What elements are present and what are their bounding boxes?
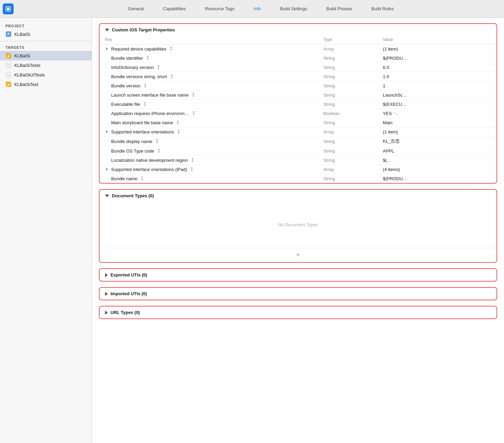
prop-key-text: Bundle display name (111, 139, 152, 144)
sort-arrows-icon[interactable]: ▲▼ (144, 83, 147, 88)
document-types-header[interactable]: Document Types (0) (100, 190, 496, 202)
table-row[interactable]: Bundle OS Type code▲▼StringAPPL (100, 146, 496, 156)
targets-section-label: TARGETS (0, 43, 92, 51)
project-file-icon: P (5, 31, 12, 37)
sort-arrows-icon[interactable]: ▲▼ (192, 92, 195, 98)
sort-arrows-icon[interactable]: ▲▼ (156, 139, 159, 144)
sidebar-item-klbaisi-test[interactable]: ▲ KLBaiSiTest (0, 80, 92, 89)
imported-utis-header[interactable]: Imported UTIs (0) (100, 288, 496, 300)
prop-key-text: Bundle name (111, 176, 137, 181)
target-name-1: KLBaiSiTests (14, 63, 41, 68)
url-types-expand-icon (105, 311, 108, 315)
doc-types-add-button[interactable]: + (100, 248, 496, 262)
exported-utis-expand-icon (105, 273, 108, 277)
prop-type-cell: String (318, 146, 377, 156)
sidebar-item-klbaisi[interactable]: ▲ KLBaiSi (0, 51, 92, 60)
sidebar: PROJECT P KLBaiSi TARGETS ▲ KLBaiSi □ KL… (0, 18, 92, 443)
sidebar-item-klbaisi-ui-tests[interactable]: □ KLBaiSiUITests (0, 70, 92, 80)
sidebar-divider (0, 41, 92, 41)
target-name-2: KLBaiSiUITests (14, 72, 45, 77)
prop-value-cell[interactable]: $(PRODU… (377, 54, 496, 63)
col-type-header: Type (318, 36, 377, 44)
prop-value-cell[interactable]: 6.0 (377, 63, 496, 72)
prop-value-cell[interactable]: $(... (377, 156, 496, 165)
tab-resource-tags[interactable]: Resource Tags (195, 4, 244, 13)
custom-ios-panel: Custom iOS Target Properties Key Type Va… (99, 23, 497, 184)
exported-utis-panel: Exported UTIs (0) (99, 268, 497, 282)
prop-value-cell[interactable]: APPL (377, 146, 496, 156)
row-expander-icon[interactable] (105, 130, 109, 133)
xcode-icon (3, 3, 14, 14)
imported-utis-title: Imported UTIs (0) (110, 291, 147, 296)
doc-types-empty-message: No Document Types (100, 202, 496, 248)
table-row[interactable]: Supported interface orientations (iPad)▲… (100, 165, 496, 174)
table-row[interactable]: InfoDictionary version▲▼String6.0 (100, 63, 496, 72)
table-row[interactable]: Bundle name▲▼String$(PRODU… (100, 174, 496, 183)
table-row[interactable]: Supported interface orientations▲▼Array(… (100, 127, 496, 137)
url-types-header[interactable]: URL Types (0) (100, 306, 496, 318)
imported-utis-expand-icon (105, 292, 108, 296)
table-row[interactable]: Bundle display name▲▼StringKL_百思 (100, 137, 496, 146)
prop-value-cell[interactable]: 1.0 (377, 72, 496, 81)
prop-key-text: Bundle version (111, 83, 140, 88)
table-row[interactable]: Executable file▲▼String$(EXECU… (100, 100, 496, 109)
sort-arrows-icon[interactable]: ▲▼ (191, 157, 194, 163)
table-row[interactable]: Localization native development region▲▼… (100, 156, 496, 165)
prop-value-cell[interactable]: (1 item) (377, 127, 496, 137)
prop-key-text: Supported interface orientations (111, 129, 174, 134)
url-types-panel: URL Types (0) (99, 306, 497, 319)
prop-value-cell[interactable]: 1 (377, 81, 496, 90)
document-types-collapse-icon (105, 195, 109, 197)
sidebar-item-klbaisi-tests[interactable]: □ KLBaiSiTests (0, 60, 92, 70)
prop-key-text: Bundle OS Type code (111, 148, 154, 154)
tab-build-rules[interactable]: Build Rules (362, 4, 403, 13)
custom-ios-header[interactable]: Custom iOS Target Properties (100, 24, 496, 36)
tab-capabilities[interactable]: Capabilities (153, 4, 195, 13)
prop-key-text: Application requires iPhone environm… (111, 111, 189, 116)
table-row[interactable]: Required device capabilities▲▼Array(1 it… (100, 44, 496, 54)
prop-type-cell: String (318, 100, 377, 109)
sidebar-item-project[interactable]: P KLBaiSi (0, 29, 92, 39)
prop-value-cell[interactable]: $(EXECU… (377, 100, 496, 109)
row-expander-icon[interactable] (105, 47, 109, 50)
sort-arrows-icon[interactable]: ▲▼ (157, 65, 160, 70)
sort-arrows-icon[interactable]: ▲▼ (192, 111, 195, 116)
prop-value-cell[interactable]: LaunchSc… (377, 90, 496, 100)
exported-utis-title: Exported UTIs (0) (110, 272, 147, 277)
prop-value-cell[interactable]: (1 item) (377, 44, 496, 54)
sort-arrows-icon[interactable]: ▲▼ (191, 167, 193, 172)
sort-arrows-icon[interactable]: ▲▼ (146, 55, 149, 61)
prop-type-cell: String (318, 156, 377, 165)
prop-value-cell[interactable]: KL_百思 (377, 137, 496, 146)
sort-arrows-icon[interactable]: ▲▼ (144, 101, 146, 107)
sort-arrows-icon[interactable]: ▲▼ (177, 129, 180, 134)
prop-type-cell: String (318, 81, 377, 90)
table-row[interactable]: Bundle version▲▼String1 (100, 81, 496, 90)
prop-value-cell[interactable]: YES ⌃⌄ (377, 109, 496, 118)
prop-value-cell[interactable]: $(PRODU… (377, 174, 496, 183)
prop-key-text: Localization native development region (111, 158, 188, 163)
table-row[interactable]: Launch screen interface file base name▲▼… (100, 90, 496, 100)
tab-build-settings[interactable]: Build Settings (270, 4, 317, 13)
prop-key-text: Required device capabilities (111, 46, 166, 52)
tab-info[interactable]: Info (244, 4, 271, 13)
col-key-header: Key (100, 36, 318, 44)
tab-general[interactable]: General (119, 4, 153, 13)
sort-arrows-icon[interactable]: ▲▼ (176, 120, 179, 125)
tab-build-phases[interactable]: Build Phases (317, 4, 362, 13)
row-expander-icon[interactable] (105, 168, 109, 171)
exported-utis-header[interactable]: Exported UTIs (0) (100, 269, 496, 281)
sort-arrows-icon[interactable]: ▲▼ (170, 46, 173, 52)
prop-type-cell: String (318, 72, 377, 81)
table-row[interactable]: Main storyboard file base name▲▼StringMa… (100, 118, 496, 127)
table-row[interactable]: Application requires iPhone environm…▲▼B… (100, 109, 496, 118)
sort-arrows-icon[interactable]: ▲▼ (158, 148, 160, 154)
url-types-title: URL Types (0) (110, 310, 140, 315)
prop-key-text: Main storyboard file base name (111, 120, 173, 125)
prop-value-cell[interactable]: (4 items) (377, 165, 496, 174)
table-row[interactable]: Bundle identifier▲▼String$(PRODU… (100, 54, 496, 63)
sort-arrows-icon[interactable]: ▲▼ (141, 176, 144, 181)
sort-arrows-icon[interactable]: ▲▼ (171, 74, 173, 79)
table-row[interactable]: Bundle versions string, short▲▼String1.0 (100, 72, 496, 81)
prop-value-cell[interactable]: Main (377, 118, 496, 127)
